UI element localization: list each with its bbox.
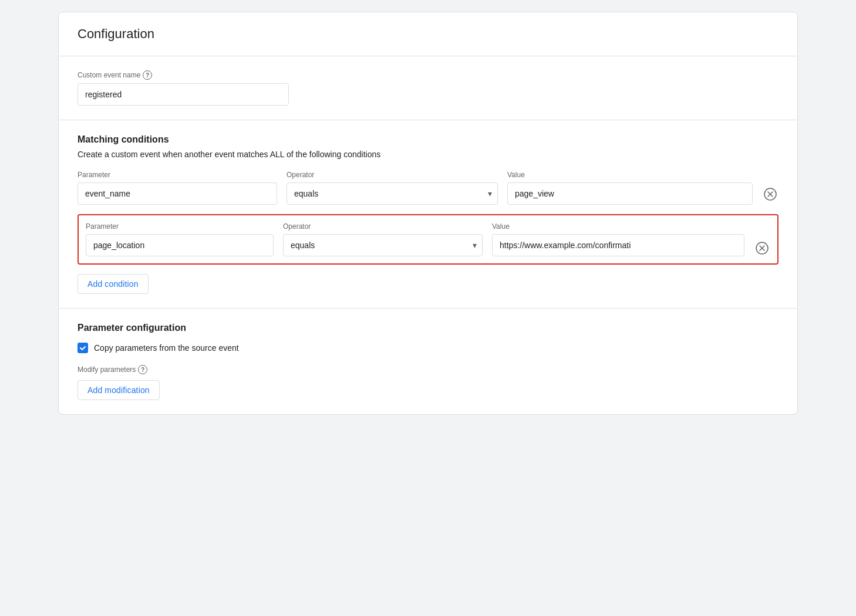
matching-conditions-section: Matching conditions Create a custom even… <box>59 120 797 308</box>
condition-1-param-field: Parameter <box>77 171 277 205</box>
parameter-config-body: Copy parameters from the source event Mo… <box>77 343 779 400</box>
custom-event-section: Custom event name ? <box>59 56 797 120</box>
condition-2-value-input[interactable] <box>492 234 744 256</box>
copy-params-checkbox[interactable] <box>77 343 88 353</box>
condition-1-operator-label: Operator <box>287 171 498 179</box>
condition-row-2: Parameter Operator equals contains start… <box>77 214 779 265</box>
condition-2-param-label: Parameter <box>86 222 274 231</box>
condition-2-param-field: Parameter <box>86 222 274 256</box>
condition-2-operator-select[interactable]: equals contains starts with ends with do… <box>283 234 483 256</box>
condition-2-value-field: Value <box>492 222 744 256</box>
condition-2-operator-label: Operator <box>283 222 483 231</box>
matching-conditions-desc: Create a custom event when another event… <box>77 150 779 159</box>
parameter-config-title: Parameter configuration <box>77 323 779 333</box>
configuration-card: Configuration Custom event name ? Matchi… <box>58 12 798 415</box>
modify-params-help-icon[interactable]: ? <box>138 365 147 374</box>
condition-1-operator-field: Operator equals contains starts with end… <box>287 171 498 205</box>
copy-params-row: Copy parameters from the source event <box>77 343 779 353</box>
copy-params-label: Copy parameters from the source event <box>94 343 239 353</box>
custom-event-input[interactable] <box>77 83 289 106</box>
modify-params-label: Modify parameters ? <box>77 365 779 374</box>
page-title: Configuration <box>77 26 779 42</box>
condition-1-operator-select[interactable]: equals contains starts with ends with do… <box>287 182 498 205</box>
condition-2-remove-button[interactable] <box>754 240 770 256</box>
condition-1-value-label: Value <box>507 171 753 179</box>
condition-1-remove-button[interactable] <box>762 186 779 202</box>
condition-2-value-label: Value <box>492 222 744 231</box>
add-modification-button[interactable]: Add modification <box>77 380 160 400</box>
parameter-config-section: Parameter configuration Copy parameters … <box>59 309 797 414</box>
add-condition-button[interactable]: Add condition <box>77 274 149 294</box>
matching-conditions-title: Matching conditions <box>77 134 779 145</box>
condition-2-param-input[interactable] <box>86 234 274 256</box>
condition-1-value-input[interactable] <box>507 182 753 205</box>
condition-1-operator-wrapper: equals contains starts with ends with do… <box>287 182 498 205</box>
condition-1-param-input[interactable] <box>77 182 277 205</box>
condition-1-value-field: Value <box>507 171 753 205</box>
custom-event-label: Custom event name ? <box>77 70 779 80</box>
custom-event-help-icon[interactable]: ? <box>143 70 152 80</box>
condition-1-param-label: Parameter <box>77 171 277 179</box>
condition-row-1: Parameter Operator equals contains start… <box>77 171 779 205</box>
condition-2-operator-field: Operator equals contains starts with end… <box>283 222 483 256</box>
header-section: Configuration <box>59 12 797 56</box>
condition-2-operator-wrapper: equals contains starts with ends with do… <box>283 234 483 256</box>
